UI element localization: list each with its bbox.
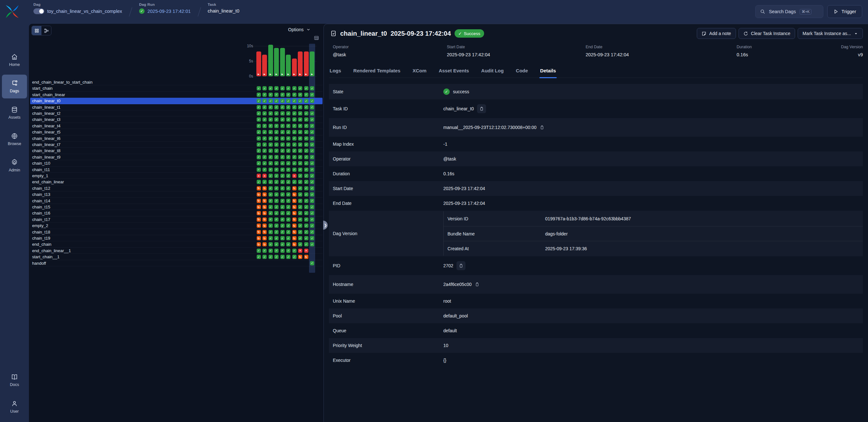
task-instance-square[interactable]: ✓ — [310, 130, 314, 134]
task-instance-square[interactable]: ✓ — [257, 155, 261, 159]
options-dropdown[interactable]: Options — [288, 27, 311, 32]
sidebar-item-home[interactable]: Home — [2, 48, 27, 72]
task-instance-square[interactable]: ✓ — [280, 93, 285, 97]
task-instance-square[interactable]: ✓ — [274, 161, 279, 165]
task-row-chain_linear_t9[interactable]: chain_linear_t9✓✓✓✓✓✓✓✓✓✓ — [30, 154, 322, 160]
task-instance-square[interactable]: ✓ — [310, 161, 314, 165]
task-instance-square[interactable]: ✓ — [298, 155, 302, 159]
task-instance-square[interactable]: ✓ — [310, 136, 314, 141]
task-instance-square[interactable]: ✓ — [257, 111, 261, 115]
task-instance-square[interactable]: ✓ — [274, 242, 279, 246]
task-instance-square[interactable]: ✓ — [262, 124, 267, 128]
dag-run-duration-bar[interactable]: ▶ — [310, 52, 314, 76]
task-instance-square[interactable]: ↻ — [257, 242, 261, 246]
task-instance-square[interactable]: ↻ — [262, 224, 267, 228]
task-instance-square[interactable]: ✓ — [262, 168, 267, 172]
task-instance-square[interactable]: ✓ — [274, 149, 279, 153]
task-instance-square[interactable]: ✓ — [298, 199, 302, 203]
task-instance-square[interactable]: ✓ — [274, 211, 279, 215]
task-instance-square[interactable]: ✓ — [262, 142, 267, 147]
task-instance-square[interactable]: ✓ — [274, 249, 279, 253]
task-instance-square[interactable]: ✓ — [286, 161, 290, 165]
task-instance-square[interactable]: ✓ — [280, 199, 285, 203]
task-instance-square[interactable]: ✓ — [280, 130, 285, 134]
copy-button[interactable] — [540, 125, 544, 130]
sidebar-item-docs[interactable]: Docs — [2, 368, 27, 392]
task-instance-square[interactable]: ✓ — [274, 99, 279, 103]
task-instance-square[interactable]: ✓ — [280, 205, 285, 209]
task-instance-square[interactable]: ✓ — [286, 192, 290, 197]
task-instance-square[interactable]: ✓ — [286, 180, 290, 184]
task-row-start_chain_linear[interactable]: start_chain_linear✓✓✓✓✓✓✓✓✓✓ — [30, 92, 322, 98]
task-instance-square[interactable]: ✓ — [269, 111, 273, 115]
dag-run-duration-bar[interactable]: ▶ — [286, 55, 291, 76]
task-row-end_chain[interactable]: end_chain↻↻✓✓✓✓↻✓✓✓ — [30, 241, 322, 247]
task-instance-square[interactable]: ✓ — [292, 180, 297, 184]
task-instance-square[interactable]: ↻ — [262, 230, 267, 234]
task-row-handoff[interactable]: handoff✓ — [30, 260, 322, 266]
task-instance-square[interactable]: ✓ — [262, 130, 267, 134]
task-instance-square[interactable]: ✓ — [286, 105, 290, 109]
task-instance-square[interactable]: ✓ — [257, 149, 261, 153]
task-instance-square[interactable]: ✓ — [280, 99, 285, 103]
task-instance-square[interactable]: ✓ — [269, 105, 273, 109]
task-instance-square[interactable]: ↻ — [257, 192, 261, 197]
task-instance-square[interactable]: ✓ — [280, 161, 285, 165]
task-instance-square[interactable]: ✓ — [280, 117, 285, 121]
task-instance-square[interactable]: ✕ — [292, 174, 297, 178]
task-instance-square[interactable]: ✓ — [274, 124, 279, 128]
task-instance-square[interactable]: ✓ — [304, 224, 308, 228]
task-row-end_chain_linear_to_start_chain[interactable]: end_chain_linear_to_start_chain — [30, 79, 322, 85]
task-instance-square[interactable]: ✓ — [274, 111, 279, 115]
task-instance-square[interactable]: ✓ — [286, 149, 290, 153]
task-instance-square[interactable]: ✓ — [298, 124, 302, 128]
task-instance-square[interactable]: ✓ — [269, 205, 273, 209]
task-instance-square[interactable]: ✓ — [304, 199, 308, 203]
task-instance-square[interactable]: ✓ — [274, 218, 279, 222]
task-instance-square[interactable]: ✓ — [286, 111, 290, 115]
task-instance-square[interactable]: ✓ — [286, 218, 290, 222]
task-instance-square[interactable]: ✓ — [269, 86, 273, 90]
task-instance-square[interactable]: ✓ — [257, 99, 261, 103]
copy-button[interactable] — [457, 261, 465, 270]
task-instance-square[interactable]: ✓ — [274, 117, 279, 121]
task-instance-square[interactable]: ✓ — [298, 230, 302, 234]
task-instance-square[interactable]: ✓ — [280, 124, 285, 128]
tab-asset-events[interactable]: Asset Events — [438, 66, 470, 78]
task-instance-square[interactable]: ↻ — [262, 186, 267, 190]
task-instance-square[interactable]: ✓ — [269, 130, 273, 134]
task-instance-square[interactable]: ✓ — [292, 93, 297, 97]
task-row-chain_t12[interactable]: chain_t12↻↻✓✓✓✓↻✓✓✓ — [30, 185, 322, 191]
task-instance-square[interactable]: ✓ — [298, 224, 302, 228]
task-instance-square[interactable]: ✓ — [262, 105, 267, 109]
task-instance-square[interactable]: ✓ — [286, 99, 290, 103]
tab-rendered-templates[interactable]: Rendered Templates — [353, 66, 401, 78]
task-row-start_chain__1[interactable]: start_chain__1✓✓✓✓✓✓✓↻↻ — [30, 254, 322, 260]
dag-name-link[interactable]: toy_chain_linear_vs_chain_complex — [47, 9, 122, 14]
task-instance-square[interactable]: ✓ — [269, 186, 273, 190]
table-icon[interactable] — [314, 35, 319, 40]
task-instance-square[interactable]: ✕ — [257, 174, 261, 178]
dag-run-duration-bar[interactable]: ▶ — [262, 55, 267, 76]
task-instance-square[interactable]: ✓ — [292, 86, 297, 90]
task-instance-square[interactable]: ✓ — [269, 180, 273, 184]
task-instance-square[interactable]: ✓ — [274, 186, 279, 190]
task-instance-square[interactable]: ✓ — [298, 168, 302, 172]
task-instance-square[interactable]: ✕ — [298, 249, 302, 253]
task-instance-square[interactable]: ✓ — [304, 117, 308, 121]
task-instance-square[interactable]: ✓ — [286, 168, 290, 172]
task-instance-square[interactable]: ✓ — [310, 205, 314, 209]
task-row-end_chain_linear[interactable]: end_chain_linear✓✓✓✓✓✓✓✓✓✓ — [30, 179, 322, 185]
dag-run-duration-bar[interactable]: ▶ — [292, 59, 297, 76]
airflow-logo[interactable] — [4, 4, 20, 19]
task-row-chain_t11[interactable]: chain_t11✓✓✓✓✓✓✓✓✓✓ — [30, 167, 322, 173]
task-instance-square[interactable]: ✓ — [269, 174, 273, 178]
task-instance-square[interactable]: ✓ — [292, 142, 297, 147]
task-instance-square[interactable]: ✓ — [304, 149, 308, 153]
task-instance-square[interactable]: ✓ — [280, 218, 285, 222]
task-instance-square[interactable]: ✓ — [274, 205, 279, 209]
task-instance-square[interactable]: ↻ — [298, 255, 302, 259]
search-dags-button[interactable]: Search Dags ⌘+K — [755, 5, 823, 18]
task-instance-square[interactable]: ✓ — [274, 224, 279, 228]
task-instance-square[interactable]: ✓ — [298, 105, 302, 109]
